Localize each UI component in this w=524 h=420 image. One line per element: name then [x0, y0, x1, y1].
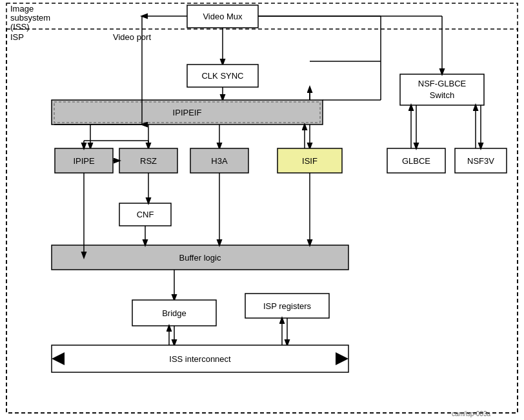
diagram: Image subsystem (ISS) ISP Video port Vid… — [0, 0, 524, 420]
h3a-block: H3A — [211, 156, 228, 166]
video-port-label: Video port — [113, 32, 151, 42]
watermark: cam/isp-003a — [452, 410, 490, 417]
clk-sync-block: CLK SYNC — [201, 71, 243, 81]
nsf-glbce-switch-block: NSF-GLBCE — [418, 79, 467, 88]
image-subsystem-label2: subsystem — [10, 13, 50, 23]
iss-interconnect-block: ISS interconnect — [169, 354, 231, 364]
isp-registers-block: ISP registers — [263, 301, 312, 311]
nsf3v-block: NSF3V — [467, 156, 494, 166]
isif-block: ISIF — [302, 156, 317, 166]
nsf-glbce-switch-block2: Switch — [430, 90, 454, 100]
isp-label: ISP — [10, 32, 24, 42]
glbce-block: GLBCE — [402, 156, 430, 166]
cnf-block: CNF — [137, 210, 154, 219]
video-mux-block: Video Mux — [203, 12, 243, 21]
image-subsystem-label3: (ISS) — [10, 22, 30, 32]
rsz-block: RSZ — [140, 156, 157, 166]
ipipeif-block: IPIPEIF — [173, 108, 202, 117]
bridge-block: Bridge — [162, 308, 186, 318]
buffer-logic-block: Buffer logic — [179, 253, 221, 263]
image-subsystem-label: Image — [10, 4, 34, 14]
ipipe-block: IPIPE — [73, 156, 95, 166]
